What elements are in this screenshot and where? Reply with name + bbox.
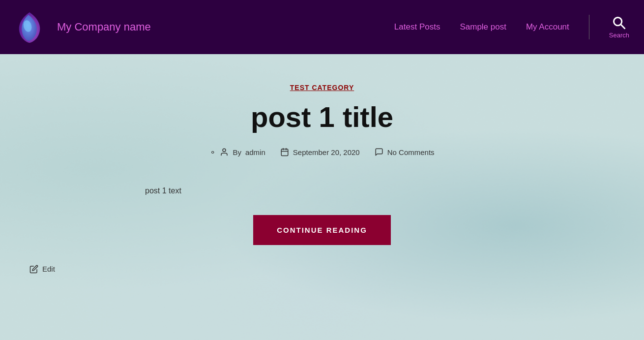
main-content: TEST CATEGORY post 1 title ⚬ By admin <box>0 54 644 340</box>
company-name: My Company name <box>57 21 151 33</box>
continue-reading-button[interactable]: CONTINUE READING <box>253 215 391 245</box>
person-icon <box>220 148 229 156</box>
svg-point-3 <box>223 149 226 152</box>
header-left: My Company name <box>10 7 151 47</box>
nav-my-account[interactable]: My Account <box>526 22 569 32</box>
main-nav: Latest Posts Sample post My Account Sear… <box>394 15 629 39</box>
post-text: post 1 text <box>145 186 499 195</box>
calendar-icon <box>280 148 289 156</box>
nav-latest-posts[interactable]: Latest Posts <box>394 22 440 32</box>
logo-icon[interactable] <box>10 7 49 47</box>
edit-icon <box>29 265 38 274</box>
post-text-wrapper: post 1 text <box>125 186 519 215</box>
post-category[interactable]: TEST CATEGORY <box>290 84 354 92</box>
search-icon <box>612 16 626 30</box>
meta-comments: No Comments <box>375 148 435 156</box>
header: My Company name Latest Posts Sample post… <box>0 0 644 54</box>
author-name[interactable]: admin <box>245 148 265 156</box>
nav-sample-post[interactable]: Sample post <box>460 22 506 32</box>
edit-link[interactable]: Edit <box>29 265 55 274</box>
search-button[interactable]: Search <box>609 16 629 39</box>
svg-line-2 <box>621 25 625 29</box>
comments-count[interactable]: No Comments <box>387 148 435 156</box>
comment-icon <box>375 148 383 156</box>
edit-label: Edit <box>42 265 55 273</box>
author-prefix: By <box>233 148 241 156</box>
search-label: Search <box>609 31 629 39</box>
meta-date: September 20, 2020 <box>280 148 360 156</box>
svg-rect-4 <box>281 149 288 156</box>
meta-author: ⚬ By admin <box>209 148 265 157</box>
post-container: TEST CATEGORY post 1 title ⚬ By admin <box>125 84 519 265</box>
post-meta: ⚬ By admin September 20, 2020 <box>209 148 434 157</box>
author-icon: ⚬ <box>209 148 216 157</box>
post-title: post 1 title <box>251 101 393 133</box>
nav-divider <box>589 15 589 39</box>
post-date: September 20, 2020 <box>293 148 360 156</box>
